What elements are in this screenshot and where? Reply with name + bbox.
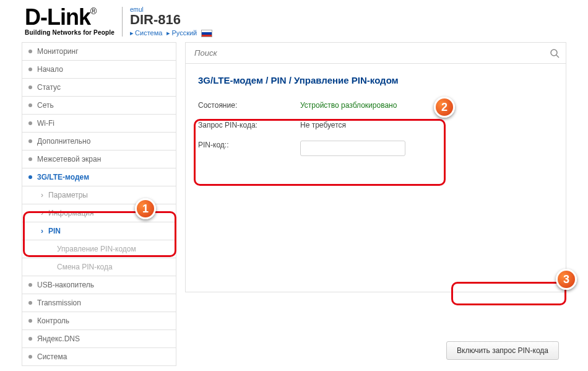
label-state: Состояние: (198, 101, 300, 110)
row-state: Состояние: Устройство разблокировано (198, 95, 553, 115)
brand-tagline: Building Networks for People (25, 29, 115, 36)
nav-system[interactable]: Система (22, 347, 176, 366)
nav-start[interactable]: Начало (22, 60, 176, 79)
content: 3G/LTE-модем / PIN / Управление PIN-кодо… (185, 42, 566, 366)
link-system[interactable]: Система (135, 29, 162, 37)
svg-line-1 (556, 55, 559, 58)
row-pin: PIN-код:: (198, 135, 553, 162)
nav-modem-pin-change[interactable]: Смена PIN-кода (22, 258, 176, 276)
nav-wifi[interactable]: Wi-Fi (22, 114, 176, 133)
nav-transmission[interactable]: Transmission (22, 294, 176, 312)
nav-extra[interactable]: Дополнительно (22, 132, 176, 151)
enable-pin-button[interactable]: Включить запрос PIN-кода (446, 341, 559, 360)
nav-status[interactable]: Статус (22, 78, 176, 97)
nav-firewall[interactable]: Межсетевой экран (22, 150, 176, 168)
search-icon[interactable] (550, 48, 560, 58)
value-request: Не требуется (300, 121, 346, 129)
brand-logo: D-Link® (25, 7, 115, 27)
nav-network[interactable]: Сеть (22, 96, 176, 115)
header: D-Link® Building Networks for People emu… (0, 0, 588, 42)
value-state: Устройство разблокировано (300, 101, 397, 110)
header-divider (122, 7, 123, 37)
callout-3: 3 (556, 269, 577, 290)
nav-monitoring[interactable]: Мониторинг (22, 42, 176, 61)
search-input[interactable] (194, 48, 545, 58)
model-block: emul DIR-816 ▸Система ▸Русский (130, 6, 212, 37)
svg-point-0 (551, 50, 557, 56)
breadcrumb: 3G/LTE-модем / PIN / Управление PIN-кодо… (198, 75, 553, 85)
link-language[interactable]: Русский (171, 29, 197, 37)
model-name: DIR-816 (130, 13, 212, 27)
pin-input[interactable] (300, 141, 405, 156)
logo-block: D-Link® Building Networks for People (25, 7, 115, 35)
row-request: Запрос PIN-кода: Не требуется (198, 115, 553, 135)
label-request: Запрос PIN-кода: (198, 121, 300, 129)
arrow-icon: ▸ (166, 29, 170, 37)
nav-usb[interactable]: USB-накопитель (22, 276, 176, 294)
flag-ru-icon (201, 30, 212, 37)
arrow-icon: ▸ (130, 29, 134, 37)
callout-1: 1 (135, 198, 156, 219)
nav-modem[interactable]: 3G/LTE-модем (22, 168, 176, 186)
callout-2: 2 (434, 97, 455, 118)
nav-modem-pin[interactable]: PIN (22, 222, 176, 240)
nav-modem-pin-manage[interactable]: Управление PIN-кодом (22, 240, 176, 258)
label-pin: PIN-код:: (198, 141, 300, 156)
top-links: ▸Система ▸Русский (130, 29, 212, 37)
content-body: 3G/LTE-модем / PIN / Управление PIN-кодо… (185, 64, 566, 292)
search-box (185, 42, 566, 64)
nav-control[interactable]: Контроль (22, 312, 176, 330)
nav-yandex[interactable]: Яндекс.DNS (22, 330, 176, 348)
